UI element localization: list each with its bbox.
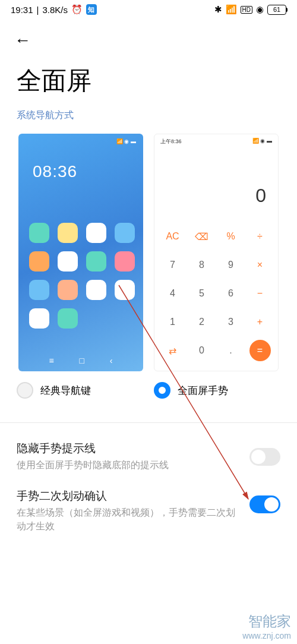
toggle-hide-line[interactable] bbox=[249, 448, 280, 466]
divider bbox=[0, 422, 297, 423]
setting-desc: 使用全面屏手势时隐藏底部的提示线 bbox=[17, 459, 240, 472]
hd-icon: HD bbox=[241, 6, 252, 14]
radio-unchecked-icon bbox=[17, 382, 33, 399]
preview-status-icons: 📶 ◉ ▬ bbox=[18, 134, 143, 144]
setting-title: 隐藏手势提示线 bbox=[17, 441, 240, 456]
app-icon bbox=[86, 280, 106, 300]
calc-key: ⌫ bbox=[187, 222, 216, 251]
page-title: 全面屏 bbox=[0, 50, 297, 109]
calc-key: 3 bbox=[216, 308, 245, 336]
back-icon: ‹ bbox=[110, 356, 113, 365]
calc-key: . bbox=[216, 336, 245, 365]
home-icon: □ bbox=[80, 356, 84, 365]
wifi-icon: ◉ bbox=[256, 4, 264, 15]
preview-classic-nav[interactable]: 📶 ◉ ▬ 08:36 ≡ □ ‹ bbox=[18, 134, 143, 371]
status-speed: 3.8K/s bbox=[42, 5, 68, 15]
calc-key: AC bbox=[158, 222, 187, 251]
app-icon bbox=[58, 223, 78, 243]
app-icon bbox=[58, 251, 78, 272]
app-icon bbox=[29, 251, 49, 272]
setting-double-swipe-confirm[interactable]: 手势二次划动确认 在某些场景（如全屏游戏和视频），手势需要二次划动才生效 bbox=[0, 488, 297, 550]
app-icon bbox=[115, 223, 135, 243]
calc-status-icons: 📶 ◉ ▬ bbox=[252, 138, 272, 146]
setting-desc: 在某些场景（如全屏游戏和视频），手势需要二次划动才生效 bbox=[17, 506, 240, 533]
calc-key: = bbox=[249, 340, 271, 361]
watermark: 智能家 www.znj.com bbox=[242, 612, 291, 640]
preview-nav-bar: ≡ □ ‹ bbox=[18, 356, 143, 365]
calc-status-time: 上午8:36 bbox=[160, 138, 182, 146]
option-classic-nav[interactable]: 经典导航键 bbox=[17, 382, 143, 399]
option-gesture-label: 全面屏手势 bbox=[178, 384, 228, 397]
app-icon bbox=[115, 280, 135, 300]
bluetooth-icon: ✱ bbox=[214, 4, 222, 15]
calc-key: % bbox=[216, 222, 245, 251]
app-icon bbox=[86, 251, 106, 272]
status-time: 19:31 bbox=[11, 5, 33, 15]
app-icon bbox=[29, 308, 49, 329]
alarm-icon: ⏰ bbox=[71, 4, 83, 15]
calc-key: 5 bbox=[187, 279, 216, 308]
setting-hide-gesture-line[interactable]: 隐藏手势提示线 使用全面屏手势时隐藏底部的提示线 bbox=[0, 441, 297, 488]
calc-key: + bbox=[245, 308, 274, 336]
calc-key: ÷ bbox=[245, 222, 274, 251]
calc-key: 2 bbox=[187, 308, 216, 336]
option-gesture-nav[interactable]: 全面屏手势 bbox=[154, 382, 280, 399]
app-icon bbox=[29, 280, 49, 300]
calc-key: 1 bbox=[158, 308, 187, 336]
toggle-double-swipe[interactable] bbox=[249, 495, 280, 513]
radio-checked-icon bbox=[154, 382, 170, 399]
app-icon bbox=[58, 280, 78, 300]
signal-icon: 📶 bbox=[226, 4, 237, 15]
back-button[interactable]: ← bbox=[14, 31, 31, 49]
app-icon bbox=[58, 308, 78, 329]
menu-icon: ≡ bbox=[49, 356, 53, 365]
calc-key: × bbox=[245, 251, 274, 279]
setting-title: 手势二次划动确认 bbox=[17, 488, 240, 504]
battery-icon: 61 bbox=[267, 5, 286, 15]
calc-key: 4 bbox=[158, 279, 187, 308]
status-bar: 19:31 | 3.8K/s ⏰ 知 ✱ 📶 HD ◉ 61 bbox=[0, 0, 297, 19]
calc-key: 9 bbox=[216, 251, 245, 279]
calc-key: 7 bbox=[158, 251, 187, 279]
calc-key: − bbox=[245, 279, 274, 308]
calc-key: 0 bbox=[187, 336, 216, 365]
preview-gesture-nav[interactable]: 上午8:36 📶 ◉ ▬ 0 AC⌫%÷789×456−123+⇄0.= bbox=[154, 134, 279, 371]
preview-clock: 08:36 bbox=[18, 144, 143, 181]
navigation-previews: 📶 ◉ ▬ 08:36 ≡ □ ‹ 上午8:36 📶 ◉ ▬ 0 AC⌫%÷78… bbox=[0, 134, 297, 371]
zhihu-icon: 知 bbox=[86, 4, 97, 15]
calc-key: 6 bbox=[216, 279, 245, 308]
option-classic-label: 经典导航键 bbox=[40, 384, 91, 397]
calc-key: 8 bbox=[187, 251, 216, 279]
calc-display: 0 bbox=[154, 149, 278, 219]
app-icon bbox=[29, 223, 49, 243]
app-icon bbox=[115, 251, 135, 272]
app-icon bbox=[86, 223, 106, 243]
calc-key: ⇄ bbox=[158, 336, 187, 365]
section-label: 系统导航方式 bbox=[0, 109, 297, 134]
